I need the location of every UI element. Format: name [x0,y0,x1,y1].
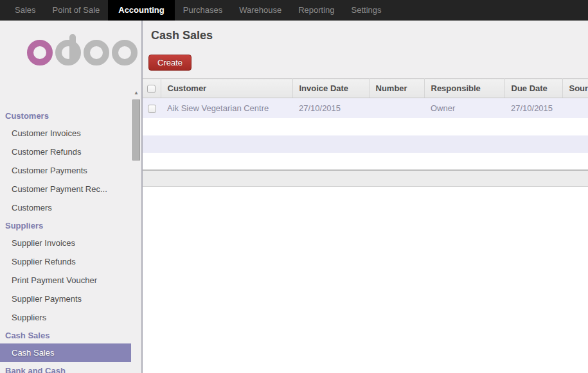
sidebar-item-customer-invoices[interactable]: Customer Invoices [0,124,131,143]
column-header-source-document[interactable]: Source Document [562,79,588,98]
section-cash-sales: Cash Sales [0,327,131,343]
column-header-invoice-date[interactable]: Invoice Date [292,79,369,98]
create-button[interactable]: Create [148,55,192,71]
table-header-row: Customer Invoice Date Number Responsible… [143,79,588,98]
cell-source-document [562,98,588,119]
sidebar-scrollbar[interactable]: ▲ [131,89,141,373]
select-all-cell [143,79,161,98]
scrollbar-thumb[interactable] [132,100,140,160]
section-customers: Customers [0,107,131,124]
logo-o2 [112,40,138,65]
empty-row [143,118,588,135]
sidebar-item-customer-refunds[interactable]: Customer Refunds [0,143,131,161]
page-title: Cash Sales [151,29,588,42]
empty-row [143,153,588,170]
column-header-due-date[interactable]: Due Date [504,79,562,98]
cell-responsible: Owner [424,98,504,119]
logo-o-pink [27,40,53,65]
logo-o1 [84,40,109,65]
top-navbar: Sales Point of Sale Accounting Purchases… [0,0,588,21]
sidebar-item-cash-sales[interactable]: Cash Sales [0,343,131,362]
nav-reporting[interactable]: Reporting [290,0,343,21]
section-bank-and-cash: Bank and Cash [0,362,131,373]
row-checkbox-cell [143,98,161,119]
nav-point-of-sale[interactable]: Point of Sale [44,0,109,21]
section-suppliers: Suppliers [0,217,131,234]
table-row[interactable]: Aik Siew Vegetarian Centre 27/10/2015 Ow… [143,98,588,119]
sidebar-item-suppliers[interactable]: Suppliers [0,308,131,327]
list-view: Customer Invoice Date Number Responsible… [143,78,588,187]
cell-customer: Aik Siew Vegetarian Centre [161,98,292,119]
nav-sales[interactable]: Sales [6,0,44,21]
logo-d [55,40,81,65]
row-checkbox[interactable] [148,105,156,113]
nav-settings[interactable]: Settings [343,0,390,21]
column-header-customer[interactable]: Customer [161,79,292,98]
nav-accounting[interactable]: Accounting [108,0,175,21]
main-content: Cash Sales Create Customer Invoice Date … [141,21,588,373]
sidebar: Customers Customer Invoices Customer Ref… [0,21,141,373]
sidebar-item-supplier-refunds[interactable]: Supplier Refunds [0,252,131,271]
sidebar-item-supplier-payments[interactable]: Supplier Payments [0,290,131,308]
empty-row [143,135,588,153]
sidebar-item-customer-payment-rec[interactable]: Customer Payment Rec... [0,180,131,198]
nav-warehouse[interactable]: Warehouse [231,0,290,21]
sidebar-menu: Customers Customer Invoices Customer Ref… [0,107,131,373]
nav-purchases[interactable]: Purchases [175,0,231,21]
scroll-up-icon[interactable]: ▲ [131,89,141,98]
select-all-checkbox[interactable] [147,85,156,93]
cell-number [369,98,424,119]
cell-invoice-date: 27/10/2015 [292,98,369,119]
sidebar-item-customer-payments[interactable]: Customer Payments [0,161,131,180]
sidebar-item-customers[interactable]: Customers [0,198,131,217]
sidebar-item-supplier-invoices[interactable]: Supplier Invoices [0,234,131,252]
column-header-responsible[interactable]: Responsible [424,79,504,98]
cell-due-date: 27/10/2015 [504,98,562,119]
sidebar-item-print-payment-voucher[interactable]: Print Payment Voucher [0,271,131,290]
column-header-number[interactable]: Number [369,79,424,98]
table-footer-row [143,170,588,186]
odoo-logo [0,21,141,88]
content-header: Cash Sales Create [143,21,588,78]
